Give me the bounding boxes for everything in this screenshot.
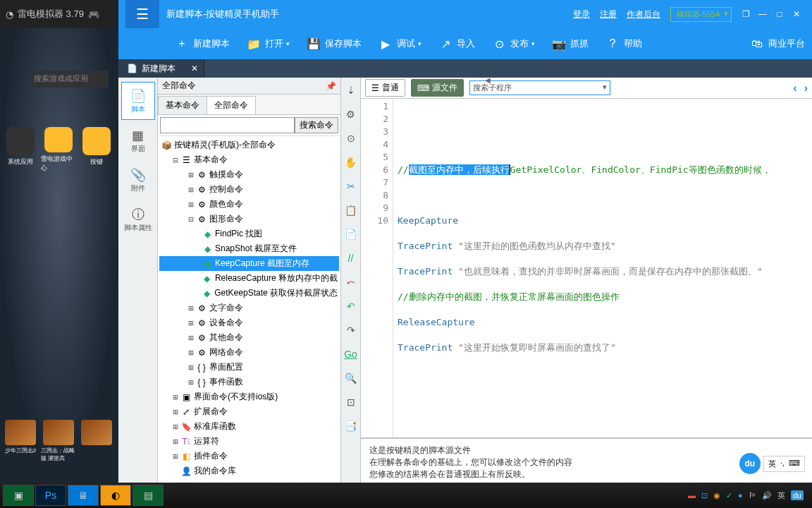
tree-getkeepstate[interactable]: ◆GetKeepState 获取保持截屏状态	[159, 286, 339, 301]
tree-root[interactable]: 📦按键精灵(手机版)-全部命令	[159, 138, 339, 152]
app-icon-gamecenter[interactable]: 雷电游戏中心	[41, 127, 76, 173]
open-button[interactable]: 📁打开▾	[240, 32, 297, 55]
expand-icon[interactable]: ⊞	[186, 303, 196, 313]
expand-icon[interactable]: ⊞	[171, 407, 180, 417]
code-editor[interactable]: 1 2 3 4 5 6 7 8 9 10 //截图至内存中，后续执行GetPix…	[361, 99, 812, 437]
vtool-b[interactable]: ⊙	[344, 131, 358, 145]
tray-icon-du[interactable]: du	[791, 490, 804, 500]
game-icon-1[interactable]: 三国志：战略版 灌篮高	[41, 420, 76, 462]
command-search-button[interactable]: 搜索命令	[295, 117, 338, 133]
tray-icon-1[interactable]: ▬	[688, 491, 696, 500]
vtool-paste[interactable]: 📄	[344, 227, 358, 241]
expand-icon[interactable]: ⊞	[186, 170, 196, 180]
publish-button[interactable]: ⊙发布▾	[485, 32, 542, 55]
tray-volume-icon[interactable]: 🔊	[762, 491, 772, 500]
vtool-run[interactable]: ⇣	[344, 83, 358, 97]
view-normal-button[interactable]: ☰普通	[365, 79, 405, 97]
pin-icon[interactable]: 📌	[326, 81, 336, 91]
task-item-1[interactable]: ▣	[3, 485, 34, 506]
device-selector[interactable]: 模拟器-5554	[670, 7, 732, 22]
tree-std[interactable]: ⊞🔖标准库函数	[159, 419, 339, 434]
vtool-find[interactable]: 🔍	[344, 371, 358, 385]
tray-icon-3[interactable]: ◉	[713, 491, 720, 500]
sidebar-script[interactable]: 📄脚本	[121, 82, 155, 120]
vtool-copy[interactable]: 📋	[344, 203, 358, 217]
tree-color[interactable]: ⊞⚙颜色命令	[159, 197, 339, 212]
command-search-input[interactable]	[160, 117, 295, 133]
task-item-3[interactable]: 🖥	[68, 485, 99, 506]
tree-releasecapture[interactable]: ◆ReleaseCapture 释放内存中的截	[159, 271, 339, 286]
import-button[interactable]: ↗导入	[431, 32, 482, 55]
minimize-button[interactable]: —	[754, 6, 771, 23]
expand-icon[interactable]: ⊞	[186, 185, 196, 195]
subprocedure-search[interactable]: 搜索子程序	[469, 80, 610, 95]
tray-flag-icon[interactable]: 🏳	[749, 491, 756, 500]
expand-icon[interactable]: ⊞	[186, 333, 196, 343]
tree-graphic[interactable]: ⊟⚙图形命令	[159, 212, 339, 226]
collapse-icon[interactable]: ⊟	[186, 214, 196, 224]
nav-prev-button[interactable]: ‹	[793, 82, 796, 95]
tree-device[interactable]: ⊞⚙设备命令	[159, 315, 339, 330]
tree-event[interactable]: ⊞{ }事件函数	[159, 375, 339, 389]
expand-icon[interactable]: ⊞	[171, 392, 180, 402]
task-item-ps[interactable]: Ps	[35, 485, 66, 506]
author-backend-link[interactable]: 作者后台	[627, 8, 660, 20]
vtool-a[interactable]: ⚙	[344, 107, 358, 121]
expand-icon[interactable]: ⊞	[186, 363, 196, 373]
tree-text[interactable]: ⊞⚙文字命令	[159, 301, 339, 315]
expand-icon[interactable]: ⊞	[186, 348, 196, 358]
tree-other[interactable]: ⊞⚙其他命令	[159, 330, 339, 345]
restore-button[interactable]: ❐	[737, 6, 754, 23]
vtool-undo[interactable]: ↶	[344, 299, 358, 313]
expand-icon[interactable]: ⊞	[171, 437, 180, 447]
vtool-comment[interactable]: //	[344, 251, 358, 265]
expand-icon[interactable]: ⊞	[171, 452, 180, 461]
tab-new-script[interactable]: 📄 新建脚本 ✕	[118, 59, 204, 78]
sidebar-properties[interactable]: ⓘ脚本属性	[121, 200, 155, 238]
app-icon-system[interactable]: 系统应用	[3, 127, 38, 173]
tree-uicmd[interactable]: ⊞▣界面命令(不支持ios版)	[159, 389, 339, 404]
app-icon-anjian[interactable]: 按键	[79, 127, 114, 173]
expand-icon[interactable]: ⊞	[171, 422, 180, 432]
game-icon-2[interactable]	[79, 420, 114, 462]
login-link[interactable]: 登录	[573, 8, 590, 20]
maximize-button[interactable]: □	[771, 6, 788, 23]
panel-collapse-arrow[interactable]: ◀	[485, 76, 491, 84]
ime-logo[interactable]: du	[739, 453, 761, 474]
task-item-4[interactable]: ◐	[100, 485, 131, 506]
tree-control[interactable]: ⊞⚙控制命令	[159, 182, 339, 197]
emulator-search[interactable]: 搜索游戏或应用	[31, 71, 109, 87]
tree-touch[interactable]: ⊞⚙触摸命令	[159, 167, 339, 182]
expand-icon[interactable]: ⊞	[186, 377, 196, 387]
game-icon-0[interactable]: 少年三国志2	[3, 420, 38, 462]
tab-close-button[interactable]: ✕	[191, 64, 198, 73]
tray-lang[interactable]: 英	[777, 490, 785, 501]
tray-icon-4[interactable]: ✓	[726, 491, 732, 500]
help-button[interactable]: ?帮助	[598, 32, 649, 55]
vtool-go[interactable]: Go	[344, 347, 358, 361]
ime-status[interactable]: 英 ·, ⌨	[763, 456, 805, 472]
tree-uiconfig[interactable]: ⊞{ }界面配置	[159, 360, 339, 375]
tree-ext[interactable]: ⊞⤢扩展命令	[159, 404, 339, 419]
save-button[interactable]: 💾保存脚本	[300, 32, 369, 55]
view-source-button[interactable]: ⌨源文件	[411, 79, 464, 97]
tree-basic[interactable]: ⊟☰基本命令	[159, 152, 339, 167]
nav-next-button[interactable]: ›	[804, 82, 808, 95]
marketplace-button[interactable]: 🛍商业平台	[743, 32, 812, 55]
tray-icon-5[interactable]: ●	[738, 491, 743, 500]
collapse-icon[interactable]: ⊟	[171, 155, 180, 165]
close-button[interactable]: ✕	[788, 6, 805, 23]
tree-mylib[interactable]: 👤我的命令库	[159, 464, 339, 478]
vtool-y[interactable]: 📑	[344, 419, 358, 433]
tree-plugin[interactable]: ⊞◧插件命令	[159, 449, 339, 464]
sidebar-attachment[interactable]: 📎附件	[121, 161, 155, 199]
tree-findpic[interactable]: ◆FindPic 找图	[159, 226, 339, 241]
vtool-redo[interactable]: ↷	[344, 323, 358, 337]
tree-network[interactable]: ⊞⚙网络命令	[159, 345, 339, 360]
tree-snapshot[interactable]: ◆SnapShot 截屏至文件	[159, 241, 339, 256]
vtool-uncomment[interactable]: ⤺	[344, 275, 358, 289]
code-content[interactable]: //截图至内存中，后续执行GetPixelColor、FindColor、Fin…	[393, 99, 812, 437]
vtool-x[interactable]: ⊡	[344, 395, 358, 409]
hamburger-menu[interactable]: ☰	[125, 0, 159, 28]
ime-float[interactable]: du 英 ·, ⌨	[739, 453, 805, 474]
